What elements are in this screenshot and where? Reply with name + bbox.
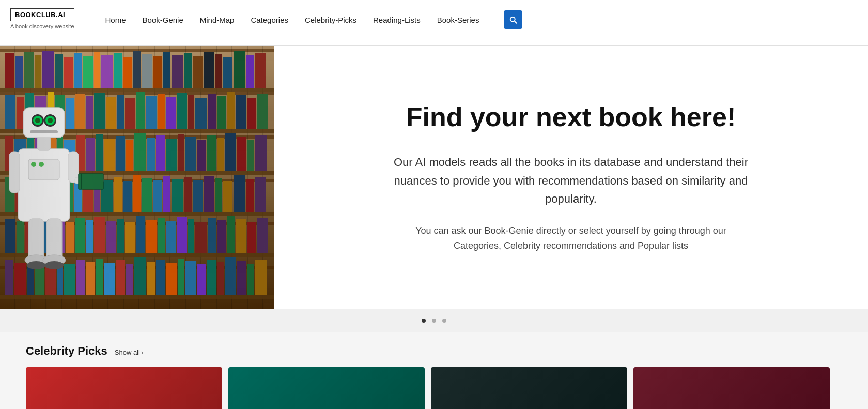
celebrity-picks-title: Celebrity Picks [26, 344, 107, 358]
hero-title: Find your next book here! [406, 102, 736, 133]
section-header: Celebrity Picks Show all › [26, 344, 842, 358]
nav-book-genie[interactable]: Book-Genie [143, 16, 183, 24]
search-button[interactable] [504, 10, 522, 29]
book-card-4[interactable] [633, 367, 830, 409]
book-card-3[interactable] [431, 367, 627, 409]
logo[interactable]: BOOKCLUB.AI [10, 8, 74, 21]
hero-text-panel: Find your next book here! Our AI models … [274, 46, 868, 309]
nav-categories[interactable]: Categories [251, 16, 288, 24]
main-nav: Home Book-Genie Mind-Map Categories Cele… [105, 8, 523, 29]
carousel-dots [0, 309, 868, 332]
chevron-right-icon: › [141, 349, 143, 356]
carousel-dot-2[interactable] [432, 319, 436, 323]
nav-celebrity-picks[interactable]: Celebrity-Picks [305, 16, 357, 24]
books-row [26, 367, 842, 409]
logo-area: BOOKCLUB.AI A book discovery website [10, 8, 74, 29]
hero-section: Find your next book here! Our AI models … [0, 46, 868, 309]
hero-description-1: Our AI models reads all the books in its… [385, 153, 757, 208]
celebrity-picks-section: Celebrity Picks Show all › [0, 332, 868, 409]
show-all-link[interactable]: Show all › [115, 349, 143, 356]
book-card-2[interactable] [228, 367, 425, 409]
hero-image [0, 46, 274, 309]
show-all-label: Show all [115, 349, 140, 356]
nav-mind-map[interactable]: Mind-Map [200, 16, 235, 24]
hero-description-2: You can ask our Book-Genie directly or s… [400, 223, 741, 253]
book-spines [0, 46, 274, 309]
library-illustration [0, 46, 274, 309]
nav-reading-lists[interactable]: Reading-Lists [373, 16, 421, 24]
search-icon [508, 15, 518, 24]
nav-home[interactable]: Home [105, 16, 126, 24]
logo-tagline: A book discovery website [10, 23, 74, 29]
book-card-1[interactable] [26, 367, 222, 409]
carousel-dot-1[interactable] [422, 319, 426, 323]
svg-rect-186 [0, 46, 274, 309]
header: BOOKCLUB.AI A book discovery website Hom… [0, 0, 868, 46]
carousel-dot-3[interactable] [442, 319, 446, 323]
nav-book-series[interactable]: Book-Series [437, 16, 479, 24]
